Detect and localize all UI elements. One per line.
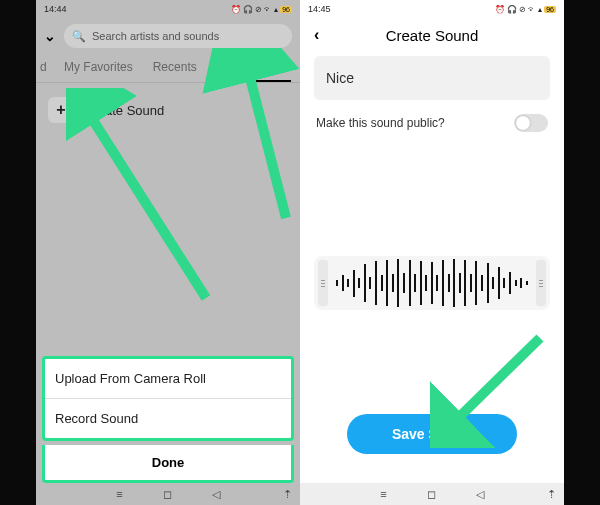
status-icons: ⏰🎧⊘ᯤ▴96: [231, 5, 292, 14]
nav-recent-icon[interactable]: ≡: [116, 488, 122, 500]
public-label: Make this sound public?: [316, 116, 445, 130]
nav-accessibility-icon[interactable]: ⇡: [283, 488, 292, 501]
collapse-chevron-icon[interactable]: ⌄: [44, 28, 56, 44]
dnd-icon: ⊘: [519, 5, 526, 14]
sheet-done-button[interactable]: Done: [42, 445, 294, 483]
save-sound-button[interactable]: Save Sound: [347, 414, 517, 454]
search-input[interactable]: 🔍 Search artists and sounds: [64, 24, 292, 48]
status-time: 14:44: [44, 4, 67, 14]
screen-sounds-list: 14:44 ⏰🎧⊘ᯤ▴96 ⌄ 🔍 Search artists and sou…: [36, 0, 300, 505]
battery-icon: 96: [280, 6, 292, 13]
alarm-icon: ⏰: [231, 5, 241, 14]
nav-home-icon[interactable]: ◻: [163, 488, 172, 501]
search-placeholder: Search artists and sounds: [92, 30, 219, 42]
android-nav-bar: ≡ ◻ ◁ ⇡: [300, 483, 564, 505]
tab-recents[interactable]: Recents: [143, 54, 207, 82]
dnd-icon: ⊘: [255, 5, 262, 14]
status-time: 14:45: [308, 4, 331, 14]
signal-icon: ▴: [274, 5, 278, 14]
nav-home-icon[interactable]: ◻: [427, 488, 436, 501]
battery-icon: 96: [544, 6, 556, 13]
nav-back-icon[interactable]: ◁: [476, 488, 484, 501]
tab-featured-cut[interactable]: d: [40, 54, 54, 82]
trim-handle-right[interactable]: [536, 260, 546, 306]
status-icons: ⏰🎧⊘ᯤ▴96: [495, 5, 556, 14]
waveform-icon: [332, 256, 532, 310]
search-icon: 🔍: [72, 30, 86, 43]
sounds-tabbar: d My Favorites Recents My Sounds: [36, 54, 300, 83]
status-bar: 14:44 ⏰🎧⊘ᯤ▴96: [36, 0, 300, 18]
sheet-record-sound[interactable]: Record Sound: [45, 399, 291, 438]
nav-accessibility-icon[interactable]: ⇡: [547, 488, 556, 501]
create-sound-label: Create Sound: [84, 103, 164, 118]
screen-create-sound: 14:45 ⏰🎧⊘ᯤ▴96 ‹ Create Sound Nice Make t…: [300, 0, 564, 505]
action-sheet: Upload From Camera Roll Record Sound Don…: [36, 352, 300, 483]
page-title: Create Sound: [386, 27, 479, 44]
back-chevron-icon[interactable]: ‹: [314, 26, 319, 44]
sheet-upload-camera-roll[interactable]: Upload From Camera Roll: [45, 359, 291, 399]
tab-my-sounds[interactable]: My Sounds: [207, 54, 291, 82]
create-sound-row[interactable]: + Create Sound: [36, 83, 300, 137]
headphone-icon: 🎧: [243, 5, 253, 14]
wifi-icon: ᯤ: [528, 5, 536, 14]
nav-back-icon[interactable]: ◁: [212, 488, 220, 501]
tab-my-favorites[interactable]: My Favorites: [54, 54, 143, 82]
alarm-icon: ⏰: [495, 5, 505, 14]
android-nav-bar: ≡ ◻ ◁ ⇡: [36, 483, 300, 505]
waveform-trimmer[interactable]: [314, 256, 550, 310]
plus-icon[interactable]: +: [48, 97, 74, 123]
public-toggle[interactable]: [514, 114, 548, 132]
nav-recent-icon[interactable]: ≡: [380, 488, 386, 500]
status-bar: 14:45 ⏰🎧⊘ᯤ▴96: [300, 0, 564, 18]
signal-icon: ▴: [538, 5, 542, 14]
trim-handle-left[interactable]: [318, 260, 328, 306]
sound-name-input[interactable]: Nice: [314, 56, 550, 100]
headphone-icon: 🎧: [507, 5, 517, 14]
wifi-icon: ᯤ: [264, 5, 272, 14]
